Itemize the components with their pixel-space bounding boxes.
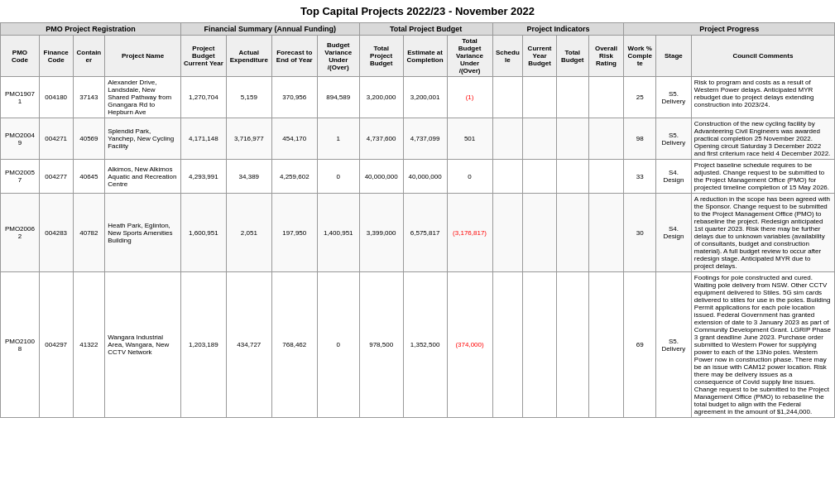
estimate-completion-cell: 6,575,817	[403, 194, 447, 272]
col-header-schedule: Schedule	[492, 36, 523, 77]
project-name-cell: Alkimos, New Alkimos Aquatic and Recreat…	[105, 160, 181, 194]
header-project-indicators: Project Indicators	[492, 23, 624, 36]
finance-code-cell: 004283	[39, 194, 73, 272]
col-header-council-comments: Council Comments	[691, 36, 834, 77]
header-total-project-budget: Total Project Budget	[359, 23, 492, 36]
estimate-completion-cell: 3,200,001	[403, 77, 447, 118]
pmo-code-cell: PMO21008	[1, 272, 40, 418]
finance-code-cell: 004277	[39, 160, 73, 194]
actual-expenditure-cell: 34,389	[226, 160, 271, 194]
overall-risk-cell	[588, 77, 624, 118]
col-header-total-budget-variance: Total Budget Variance Under /(Over)	[447, 36, 492, 77]
main-table: PMO Project Registration Financial Summa…	[0, 22, 835, 418]
stage-cell: S4. Design	[656, 160, 692, 194]
actual-expenditure-cell: 434,727	[226, 272, 271, 418]
comments-cell: Footings for pole constructed and cured.…	[691, 272, 834, 418]
pmo-code-cell: PMO20049	[1, 118, 40, 160]
pmo-code-cell: PMO20057	[1, 160, 40, 194]
total-budget-variance-cell: (3,176,817)	[447, 194, 492, 272]
finance-code-cell: 004271	[39, 118, 73, 160]
overall-risk-cell	[588, 194, 624, 272]
budget-variance-cell: 894,589	[317, 77, 359, 118]
col-header-work-pct: Work % Complete	[624, 36, 656, 77]
schedule-cell	[492, 77, 523, 118]
table-row: PMO2100800429741322Wangara Industrial Ar…	[1, 272, 835, 418]
estimate-completion-cell: 1,352,500	[403, 272, 447, 418]
work-pct-cell: 33	[624, 160, 656, 194]
forecast-cell: 197,950	[271, 194, 317, 272]
project-budget-cell: 1,600,951	[180, 194, 226, 272]
table-row: PMO2005700427740645Alkimos, New Alkimos …	[1, 160, 835, 194]
total-budget-indicator-cell	[556, 118, 588, 160]
total-project-budget-cell: 40,000,000	[359, 160, 403, 194]
schedule-cell	[492, 160, 523, 194]
comments-cell: A reduction in the scope has been agreed…	[691, 194, 834, 272]
stage-cell: S5. Delivery	[656, 272, 692, 418]
current-year-budget-cell	[523, 118, 557, 160]
container-cell: 40645	[73, 160, 105, 194]
project-budget-cell: 1,270,704	[180, 77, 226, 118]
work-pct-cell: 98	[624, 118, 656, 160]
budget-variance-cell: 1,400,951	[317, 194, 359, 272]
forecast-cell: 454,170	[271, 118, 317, 160]
overall-risk-cell	[588, 118, 624, 160]
project-name-cell: Splendid Park, Yanchep, New Cycling Faci…	[105, 118, 181, 160]
total-budget-indicator-cell	[556, 77, 588, 118]
comments-cell: Project baseline schedule requires to be…	[691, 160, 834, 194]
total-budget-variance-cell: (374,000)	[447, 272, 492, 418]
schedule-cell	[492, 194, 523, 272]
total-project-budget-cell: 3,399,000	[359, 194, 403, 272]
col-header-pmo-code: PMO Code	[1, 36, 40, 77]
current-year-budget-cell	[523, 160, 557, 194]
actual-expenditure-cell: 3,716,977	[226, 118, 271, 160]
work-pct-cell: 30	[624, 194, 656, 272]
schedule-cell	[492, 118, 523, 160]
total-budget-variance-cell: 501	[447, 118, 492, 160]
col-header-total-budget: Total Budget	[556, 36, 588, 77]
work-pct-cell: 69	[624, 272, 656, 418]
col-header-project-name: Project Name	[105, 36, 181, 77]
container-cell: 40569	[73, 118, 105, 160]
finance-code-cell: 004180	[39, 77, 73, 118]
col-header-budget-variance: Budget Variance Under /(Over)	[317, 36, 359, 77]
project-budget-cell: 4,171,148	[180, 118, 226, 160]
project-name-cell: Heath Park, Eglinton, New Sports Ameniti…	[105, 194, 181, 272]
total-budget-indicator-cell	[556, 160, 588, 194]
budget-variance-cell: 1	[317, 118, 359, 160]
estimate-completion-cell: 4,737,099	[403, 118, 447, 160]
header-financial-summary: Financial Summary (Annual Funding)	[180, 23, 359, 36]
pmo-code-cell: PMO20062	[1, 194, 40, 272]
forecast-cell: 768,462	[271, 272, 317, 418]
container-cell: 40782	[73, 194, 105, 272]
overall-risk-cell	[588, 160, 624, 194]
current-year-budget-cell	[523, 77, 557, 118]
total-project-budget-cell: 3,200,000	[359, 77, 403, 118]
schedule-cell	[492, 272, 523, 418]
table-row: PMO1907100418037143Alexander Drive, Land…	[1, 77, 835, 118]
total-budget-variance-cell: (1)	[447, 77, 492, 118]
col-header-estimate-completion: Estimate at Completion	[403, 36, 447, 77]
budget-variance-cell: 0	[317, 160, 359, 194]
col-header-current-year-budget: Current Year Budget	[523, 36, 557, 77]
project-budget-cell: 4,293,991	[180, 160, 226, 194]
comments-cell: Construction of the new cycling facility…	[691, 118, 834, 160]
budget-variance-cell: 0	[317, 272, 359, 418]
total-project-budget-cell: 978,500	[359, 272, 403, 418]
col-header-forecast: Forecast to End of Year	[271, 36, 317, 77]
total-budget-indicator-cell	[556, 272, 588, 418]
page-title: Top Capital Projects 2022/23 - November …	[0, 0, 835, 22]
comments-cell: Risk to program and costs as a result of…	[691, 77, 834, 118]
current-year-budget-cell	[523, 272, 557, 418]
total-project-budget-cell: 4,737,600	[359, 118, 403, 160]
pmo-code-cell: PMO19071	[1, 77, 40, 118]
col-header-container: Container	[73, 36, 105, 77]
col-header-finance-code: Finance Code	[39, 36, 73, 77]
col-header-overall-risk: Overall Risk Rating	[588, 36, 624, 77]
overall-risk-cell	[588, 272, 624, 418]
forecast-cell: 370,956	[271, 77, 317, 118]
project-name-cell: Alexander Drive, Landsdale, New Shared P…	[105, 77, 181, 118]
total-budget-indicator-cell	[556, 194, 588, 272]
page: Top Capital Projects 2022/23 - November …	[0, 0, 835, 504]
col-header-project-budget: Project Budget Current Year	[180, 36, 226, 77]
current-year-budget-cell	[523, 194, 557, 272]
